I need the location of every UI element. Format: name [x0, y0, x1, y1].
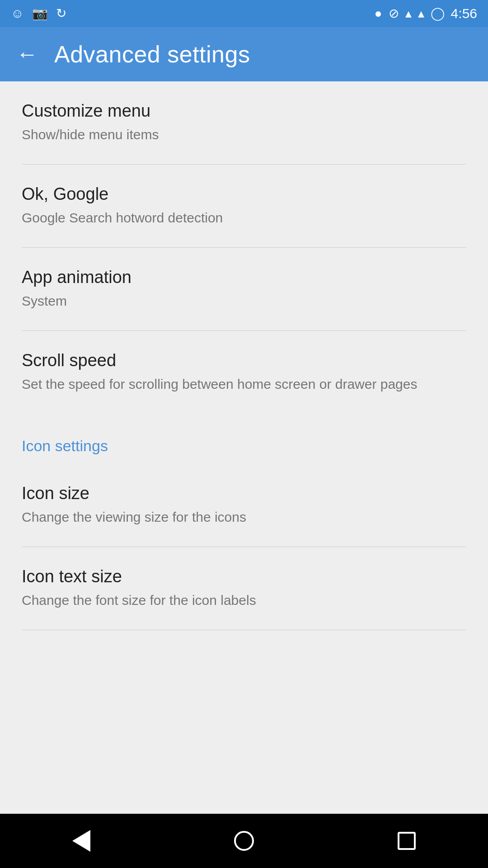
setting-title-app-animation: App animation	[22, 268, 466, 287]
no-sim-icon: ⊘	[389, 7, 399, 20]
setting-title-ok-google: Ok, Google	[22, 184, 466, 204]
wifi-icon: ▴	[405, 7, 412, 20]
status-bar-left-icons: ☺ 📷 ↻	[11, 7, 66, 20]
setting-title-icon-size: Icon size	[22, 484, 466, 503]
setting-subtitle-ok-google: Google Search hotword detection	[22, 208, 466, 227]
nav-home-icon	[234, 831, 254, 851]
location-icon: ●	[375, 7, 382, 20]
battery-icon: ◯	[431, 7, 445, 20]
setting-title-icon-text-size: Icon text size	[22, 567, 466, 586]
page-title: Advanced settings	[54, 41, 250, 68]
status-time: 4:56	[451, 6, 477, 21]
back-button[interactable]: ←	[16, 43, 38, 65]
setting-item-icon-text-size[interactable]: Icon text size Change the font size for …	[0, 547, 488, 630]
nav-recents-icon	[398, 832, 416, 850]
setting-item-icon-size[interactable]: Icon size Change the viewing size for th…	[0, 464, 488, 547]
setting-subtitle-scroll-speed: Set the speed for scrolling between home…	[22, 375, 466, 394]
icon-settings-section-header: Icon settings	[0, 414, 488, 464]
status-bar: ☺ 📷 ↻ ● ⊘ ▴ ▴ ◯ 4:56	[0, 0, 488, 27]
refresh-icon: ↻	[56, 7, 66, 20]
setting-subtitle-icon-text-size: Change the font size for the icon labels	[22, 591, 466, 610]
setting-subtitle-app-animation: System	[22, 292, 466, 311]
section-header-text: Icon settings	[22, 437, 108, 454]
setting-item-scroll-speed[interactable]: Scroll speed Set the speed for scrolling…	[0, 331, 488, 414]
setting-title-scroll-speed: Scroll speed	[22, 351, 466, 370]
setting-item-app-animation[interactable]: App animation System	[0, 248, 488, 330]
app-bar: ← Advanced settings	[0, 27, 488, 81]
setting-title-customize-menu: Customize menu	[22, 101, 466, 121]
setting-subtitle-customize-menu: Show/hide menu items	[22, 125, 466, 144]
image-icon: 📷	[32, 7, 48, 20]
signal-icon: ▴	[418, 7, 424, 20]
nav-back-button[interactable]	[54, 823, 108, 859]
nav-home-button[interactable]	[217, 823, 271, 859]
nav-recents-button[interactable]	[380, 823, 434, 859]
nav-back-icon	[72, 830, 90, 852]
divider-5	[22, 630, 466, 630]
setting-item-ok-google[interactable]: Ok, Google Google Search hotword detecti…	[0, 165, 488, 247]
setting-item-customize-menu[interactable]: Customize menu Show/hide menu items	[0, 81, 488, 164]
waze-icon: ☺	[11, 7, 24, 20]
status-bar-right-icons: ● ⊘ ▴ ▴ ◯ 4:56	[375, 6, 477, 21]
setting-subtitle-icon-size: Change the viewing size for the icons	[22, 508, 466, 527]
settings-content: Customize menu Show/hide menu items Ok, …	[0, 81, 488, 814]
navigation-bar	[0, 814, 488, 868]
